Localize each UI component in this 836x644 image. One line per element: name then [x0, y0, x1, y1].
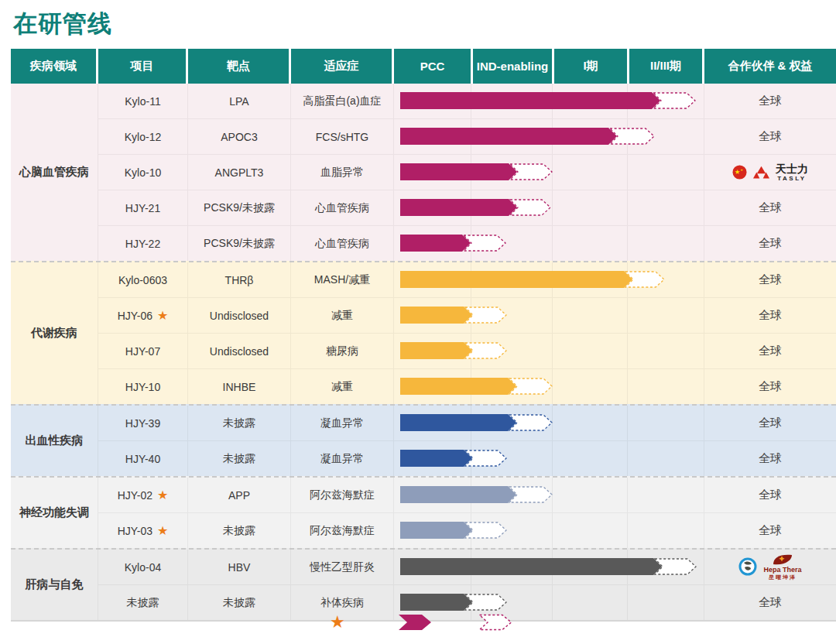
indication-cell: 血脂异常 [291, 155, 394, 190]
partner-rights-label: 全球 [759, 595, 782, 610]
target-cell: 未披露 [188, 513, 291, 548]
pipeline-row: HJY-03★ 未披露 阿尔兹海默症 全球 [98, 512, 836, 548]
pipeline-row: Kylo-04 HBV 慢性乙型肝炎 Hepa Thera星曜坤泽 [98, 550, 836, 584]
disease-group: 出血性疾病 HJY-39 未披露 凝血异常 全球 HJY-40 未披露 凝血异常… [11, 404, 836, 476]
indication-cell: FCS/sHTG [291, 119, 394, 154]
target-cell: APOC3 [188, 119, 291, 154]
project-cell: HJY-02★ [98, 478, 188, 512]
disease-group: 心脑血管疾病 Kylo-11 LPA 高脂蛋白(a)血症 全球 Kylo-12 … [11, 84, 836, 261]
project-cell: Kylo-12 [98, 119, 188, 154]
phase-track [394, 119, 704, 154]
partner-cell: 全球 [704, 262, 836, 297]
phase-track [394, 84, 704, 118]
target-cell: PCSK9/未披露 [188, 190, 291, 225]
page-title: 在研管线 [13, 8, 112, 40]
project-cell: HJY-39 [98, 406, 188, 440]
solid-arrow-icon [398, 610, 433, 635]
target-cell: APP [188, 478, 291, 512]
progress-bar [400, 558, 699, 575]
partner-cell: 全球 [704, 513, 836, 548]
disease-area-label: 代谢疾病 [11, 262, 98, 404]
progress-bar [400, 450, 509, 467]
project-cell: Kylo-0603 [98, 262, 188, 297]
phase-track [394, 262, 704, 297]
partner-rights-label: 全球 [759, 129, 782, 144]
pipeline-row: Kylo-12 APOC3 FCS/sHTG 全球 [98, 118, 836, 154]
pipeline-row: HJY-39 未披露 凝血异常 全球 [98, 406, 836, 440]
disease-area-label: 神经功能失调 [11, 478, 98, 548]
partner-rights-label: 全球 [759, 200, 782, 215]
phase-track [394, 550, 704, 584]
disease-area-label: 出血性疾病 [11, 406, 98, 476]
tasly-logo: ★ ★ 天士力TASLY [732, 163, 808, 182]
disease-group: 神经功能失调 HJY-02★ APP 阿尔兹海默症 全球 HJY-03★ 未披露… [11, 476, 836, 548]
disease-area-label: 心脑血管疾病 [11, 84, 98, 261]
partner-cell: 全球 [704, 478, 836, 512]
project-cell: Kylo-11 [98, 84, 188, 118]
indication-cell: 阿尔兹海默症 [291, 513, 394, 548]
target-cell: ANGPLT3 [188, 155, 291, 190]
phase-track [394, 369, 704, 404]
target-cell: THRβ [188, 262, 291, 297]
header-col-target: 靶点 [188, 49, 289, 84]
partner-cell: 全球 [704, 226, 836, 261]
phase-track [394, 406, 704, 440]
partner-rights-label: 全球 [759, 416, 782, 430]
leaf-icon [773, 553, 793, 566]
svg-text:★: ★ [740, 169, 743, 172]
indication-cell: 高脂蛋白(a)血症 [291, 84, 394, 118]
header-col-phase1: I期 [554, 49, 627, 84]
star-icon: ★ [157, 308, 168, 323]
partner-rights-label: 全球 [759, 451, 782, 466]
indication-cell: 减重 [291, 369, 394, 404]
pipeline-row: HJY-22 PCSK9/未披露 心血管疾病 全球 [98, 225, 836, 261]
partner-rights-label: 全球 [759, 94, 782, 108]
indication-cell: 心血管疾病 [291, 226, 394, 261]
partner-rights-label: 全球 [759, 344, 782, 358]
header-col-project: 项目 [98, 49, 186, 84]
hepathera-logo: Hepa Thera星曜坤泽 [738, 553, 801, 580]
target-cell: Undisclosed [188, 298, 291, 333]
pipeline-row: HJY-40 未披露 凝血异常 全球 [98, 440, 836, 476]
partner-cell: 全球 [704, 298, 836, 333]
indication-cell: 阿尔兹海默症 [291, 478, 394, 512]
partner-cell: ★ ★ 天士力TASLY [704, 155, 836, 190]
progress-bar [400, 414, 555, 431]
indication-cell: 凝血异常 [291, 406, 394, 440]
pipeline-row: HJY-02★ APP 阿尔兹海默症 全球 [98, 478, 836, 512]
project-cell: HJY-22 [98, 226, 188, 261]
project-cell: HJY-40 [98, 441, 188, 476]
progress-bar [400, 235, 509, 252]
indication-cell: 糖尿病 [291, 334, 394, 368]
partner-rights-label: 全球 [759, 272, 782, 287]
project-cell: HJY-07 [98, 334, 188, 368]
star-icon: ★ [157, 523, 168, 538]
pipeline-row: HJY-10 INHBE 减重 全球 [98, 368, 836, 404]
progress-bar [400, 378, 555, 395]
header-col-partner: 合作伙伴 & 权益 [704, 49, 836, 84]
phase-track [394, 334, 704, 368]
china-flag-icon: ★ ★ [732, 165, 747, 180]
progress-bar [400, 163, 555, 180]
tasly-mark-icon [753, 165, 769, 180]
progress-bar [400, 307, 509, 324]
phase-track [394, 298, 704, 333]
pipeline-row: HJY-07 Undisclosed 糖尿病 全球 [98, 333, 836, 368]
project-cell: HJY-03★ [98, 513, 188, 548]
star-icon: ★ [330, 610, 345, 635]
indication-cell: 慢性乙型肝炎 [291, 550, 394, 584]
hepathera-name: Hepa Thera星曜坤泽 [763, 553, 801, 580]
pipeline-table: 疾病领域 项目 靶点 适应症 PCC IND-enabling I期 II/II… [11, 49, 836, 622]
target-cell: PCSK9/未披露 [188, 226, 291, 261]
table-header: 疾病领域 项目 靶点 适应症 PCC IND-enabling I期 II/II… [11, 49, 836, 84]
header-col-pcc: PCC [394, 49, 471, 84]
partner-rights-label: 全球 [759, 236, 782, 251]
table-body: 心脑血管疾病 Kylo-11 LPA 高脂蛋白(a)血症 全球 Kylo-12 … [11, 84, 836, 622]
progress-bar [400, 594, 509, 611]
phase-track [394, 226, 704, 261]
globe-icon [738, 557, 757, 576]
phase-track [394, 478, 704, 512]
partner-rights-label: 全球 [759, 379, 782, 394]
indication-cell: 心血管疾病 [291, 190, 394, 225]
legend: ★ [0, 610, 836, 638]
